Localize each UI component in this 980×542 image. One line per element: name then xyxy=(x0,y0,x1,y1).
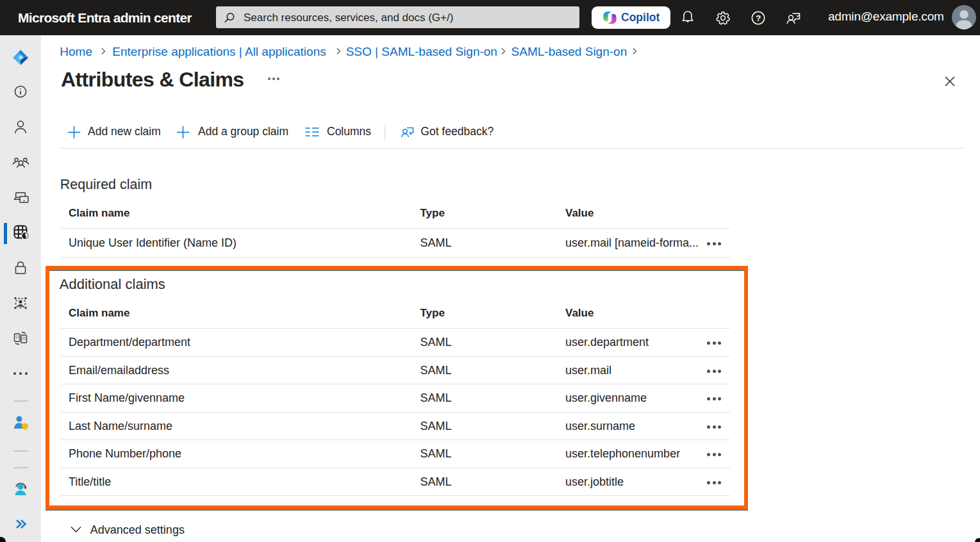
svg-text:?: ? xyxy=(756,13,761,22)
